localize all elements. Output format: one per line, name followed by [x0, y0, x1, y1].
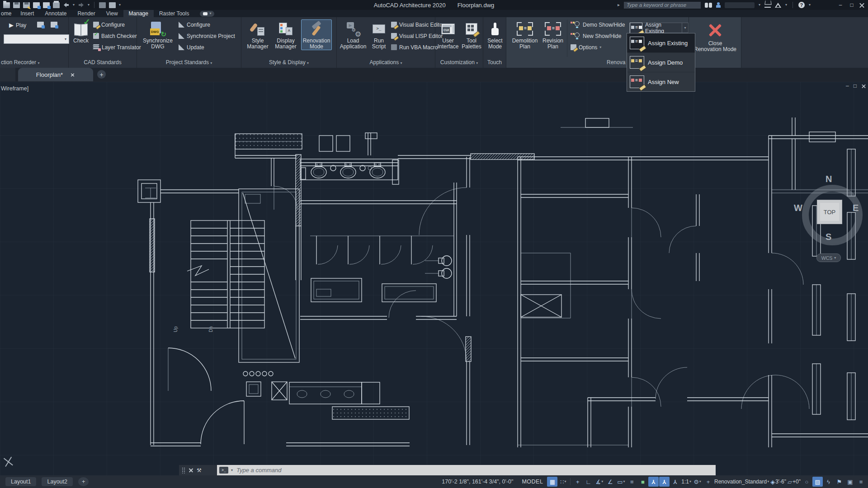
layout-tab-layout1[interactable]: Layout1 — [5, 477, 36, 486]
layer-translator-button[interactable]: Layer Translator — [93, 43, 141, 52]
account-field[interactable] — [725, 2, 755, 8]
save-as-icon[interactable] — [23, 2, 30, 8]
action-recorder-combobox[interactable]: ▾ — [4, 34, 69, 44]
tab-render[interactable]: Render — [72, 10, 100, 17]
viewcube-wcs-menu[interactable]: WCS▾ — [816, 253, 841, 262]
search-expand-icon[interactable]: ▸ — [618, 3, 620, 7]
autodesk-dropdown-icon[interactable]: ▾ — [785, 3, 787, 7]
object-snap-3d-toggle[interactable]: Y — [659, 477, 670, 487]
ortho-toggle[interactable]: ∟ — [583, 477, 594, 487]
panel-label[interactable]: Touch — [483, 59, 506, 66]
tab-annotate[interactable]: Annotate — [39, 10, 72, 17]
insert-message-icon[interactable] — [51, 22, 57, 28]
workspace-switching-button[interactable]: ⚙▾ — [692, 477, 703, 487]
select-mode-button[interactable]: Select Mode — [484, 19, 506, 50]
synchronize-dwg-button[interactable]: DWG↻ Synchronize DWG — [140, 19, 176, 50]
drawing-tab-floorplan[interactable]: Floorplan* — [18, 68, 93, 81]
tab-insert[interactable]: Insert — [15, 10, 39, 17]
close-tab-icon[interactable] — [71, 73, 75, 76]
demo-show-hide-button[interactable]: Demo Show/Hide — [571, 20, 625, 29]
batch-checker-button[interactable]: Batch Checker — [93, 32, 137, 40]
viewcube[interactable]: N W E S TOP WCS▾ — [799, 177, 867, 267]
close-button[interactable] — [859, 3, 864, 8]
redo-dropdown-icon[interactable]: ▾ — [88, 3, 90, 7]
clean-screen-button[interactable]: ▣ — [845, 477, 855, 487]
style-manager-button[interactable]: Style Manager — [244, 19, 271, 50]
new-show-hide-button[interactable]: New Show/Hide — [571, 32, 621, 40]
properties-icon[interactable] — [109, 2, 116, 8]
tab-view[interactable]: View — [101, 10, 123, 17]
demolition-plan-button[interactable]: = Demolition Plan — [510, 19, 540, 50]
layout-tab-layout2[interactable]: Layout2 — [42, 477, 72, 486]
run-script-button[interactable]: >_ Run Script — [368, 19, 389, 50]
help-icon[interactable]: ? — [798, 2, 805, 8]
menu-item-assign-demo[interactable]: = Assign Demo — [627, 53, 695, 72]
transparency-toggle[interactable]: ■ — [637, 477, 648, 487]
panel-label[interactable]: Customization ▾ — [435, 59, 483, 66]
load-application-button[interactable]: ▶⚙⚙ Load Application — [339, 19, 368, 50]
floorplan-drawing[interactable]: Up Dn — [0, 82, 868, 475]
command-prompt-icon[interactable]: >_ — [219, 467, 228, 474]
viewcube-south[interactable]: S — [826, 232, 831, 242]
sign-in-icon[interactable] — [716, 2, 721, 8]
open-icon[interactable] — [3, 2, 10, 8]
command-line-handle[interactable]: ⚒ — [179, 465, 217, 475]
workspace-name-button[interactable]: Renovation_Standard▾ — [714, 477, 769, 487]
user-interface-button[interactable]: CUI User Interface — [436, 19, 460, 50]
cut-plane-button[interactable]: ◈3'-6" — [770, 477, 787, 487]
viewcube-top-face[interactable]: TOP — [817, 200, 842, 224]
panel-label[interactable]: Project Standards ▾ — [137, 59, 241, 66]
isometric-drafting-toggle[interactable]: ∠ — [605, 477, 615, 487]
configure-standards-button[interactable]: Configure — [93, 20, 125, 29]
object-snap-toggle[interactable]: Y — [648, 477, 659, 487]
close-renovation-mode-button[interactable]: Close Renovation Mode — [691, 19, 740, 53]
grid-toggle[interactable]: ▦ — [547, 477, 557, 487]
app-store-icon[interactable] — [764, 2, 771, 8]
new-layout-button[interactable]: + — [78, 477, 89, 486]
recent-commands-icon[interactable]: ▾ — [231, 469, 233, 472]
hatch-background-toggle[interactable]: ▨ — [812, 477, 823, 487]
help-dropdown-icon[interactable]: ▾ — [809, 3, 811, 7]
command-input[interactable] — [236, 466, 716, 474]
customize-wrench-icon[interactable]: ⚒ — [197, 467, 202, 474]
panel-label[interactable]: Applications ▾ — [337, 59, 435, 66]
workspace-icon[interactable] — [99, 2, 106, 8]
elevation-button[interactable]: ▱+0" — [787, 477, 801, 487]
renovation-mode-button[interactable]: Renovation Mode — [301, 19, 332, 50]
tab-home[interactable]: ome — [0, 10, 15, 17]
panel-label[interactable]: ction Recorder ▾ — [0, 59, 69, 66]
update-button[interactable]: Update — [179, 43, 204, 52]
model-space-button[interactable]: MODEL — [518, 479, 547, 485]
tab-raster-tools[interactable]: Raster Tools — [154, 10, 194, 17]
save-icon[interactable] — [13, 2, 20, 8]
status-bar-menu-button[interactable]: ≡ — [856, 477, 866, 487]
menu-item-assign-new[interactable]: = Assign New — [627, 72, 695, 91]
graphics-performance-button[interactable]: ϟ — [823, 477, 834, 487]
record-icon[interactable] — [37, 22, 44, 28]
options-button[interactable]: Options ▾ — [571, 43, 601, 52]
annotation-scale-button[interactable]: 1:1▾ — [681, 477, 692, 487]
new-drawing-tab-button[interactable]: + — [97, 70, 106, 79]
search-input[interactable] — [624, 2, 701, 9]
redo-icon[interactable] — [78, 2, 85, 8]
close-command-line-icon[interactable] — [189, 468, 193, 472]
customize-status-button[interactable]: + — [703, 477, 713, 487]
account-dropdown-icon[interactable]: ▾ — [759, 3, 760, 7]
tool-palettes-button[interactable]: Tool Palettes — [460, 19, 483, 50]
sync-status-button[interactable]: ⚑ — [834, 477, 844, 487]
polar-tracking-toggle[interactable]: ∡▾ — [594, 477, 604, 487]
display-manager-button[interactable]: A Display Manager — [272, 19, 299, 50]
minimize-button[interactable]: – — [837, 2, 844, 8]
qat-dropdown-icon[interactable]: ▾ — [119, 3, 121, 7]
osnap-tracking-toggle[interactable]: ▭▾ — [616, 477, 626, 487]
lineweight-toggle[interactable]: ≡ — [627, 477, 637, 487]
annotation-visibility-toggle[interactable]: Y — [670, 477, 680, 487]
viewcube-east[interactable]: E — [853, 203, 859, 213]
transfer-icon[interactable] — [43, 2, 50, 8]
check-button[interactable]: ✓ Check — [71, 19, 91, 44]
dynamic-input-toggle[interactable]: + — [572, 477, 583, 487]
menu-item-assign-existing[interactable]: = Assign Existing — [627, 33, 695, 53]
undo-dropdown-icon[interactable]: ▾ — [73, 3, 75, 7]
run-vba-macro-button[interactable]: Run VBA Macro — [391, 43, 438, 52]
drawing-canvas[interactable]: Wireframe] – □ — [0, 82, 868, 475]
